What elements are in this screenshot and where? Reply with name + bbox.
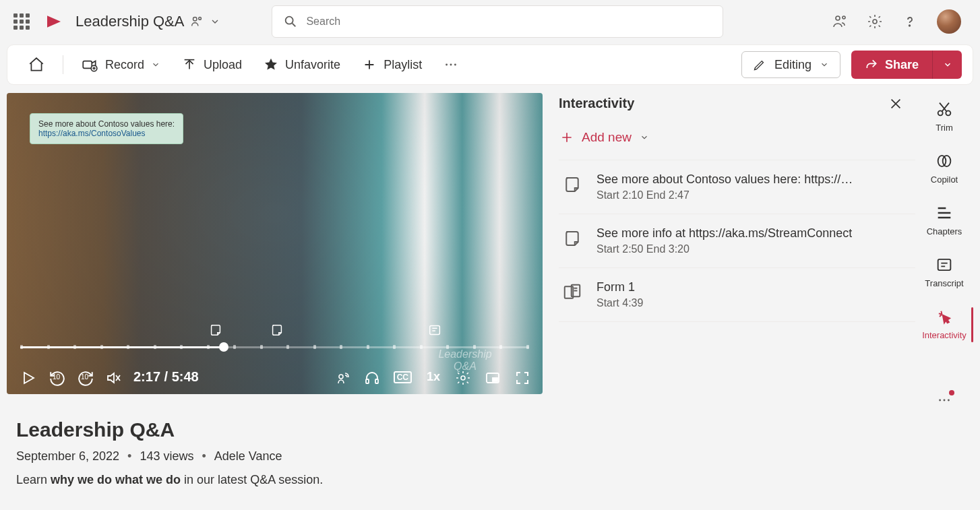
note-marker-icon[interactable] — [270, 323, 284, 338]
video-player[interactable]: See more about Contoso values here: http… — [7, 93, 543, 394]
video-description: Learn why we do what we do in our latest… — [16, 473, 964, 487]
rail-trim[interactable]: Trim — [915, 100, 973, 133]
add-new-button[interactable]: Add new — [559, 122, 915, 160]
svg-point-5 — [873, 20, 877, 24]
record-button[interactable]: Record — [71, 51, 170, 79]
captions-icon[interactable]: CC — [394, 371, 412, 383]
settings-icon[interactable] — [867, 13, 883, 30]
fullscreen-icon[interactable] — [514, 370, 529, 385]
editing-label: Editing — [774, 58, 811, 72]
mute-icon[interactable] — [105, 370, 120, 385]
svg-point-6 — [909, 25, 911, 26]
stream-logo-icon — [43, 11, 65, 32]
item-subtitle: Start 4:39 — [596, 297, 643, 309]
share-dropdown-button[interactable] — [932, 51, 962, 79]
note-icon — [561, 228, 583, 249]
upload-label: Upload — [204, 58, 242, 72]
item-title: Form 1 — [596, 280, 643, 294]
note-icon — [561, 174, 583, 195]
form-icon — [561, 282, 583, 303]
svg-rect-18 — [493, 378, 497, 381]
rail-chapters[interactable]: Chapters — [915, 203, 973, 236]
rail-more-icon[interactable] — [937, 393, 952, 408]
page-title: Leadership Q&A — [75, 13, 184, 30]
home-button[interactable] — [18, 51, 55, 79]
svg-point-10 — [450, 64, 452, 66]
share-label: Share — [885, 58, 919, 72]
teams-icon[interactable] — [832, 13, 848, 30]
callout-card[interactable]: See more about Contoso values here: http… — [30, 113, 183, 144]
interactivity-item[interactable]: See more about Contoso values here: http… — [559, 160, 915, 214]
record-label: Record — [105, 58, 144, 72]
svg-rect-14 — [366, 379, 369, 383]
video-title: Leadership Q&A — [16, 418, 964, 441]
svg-point-24 — [943, 156, 951, 166]
chevron-down-icon[interactable] — [210, 16, 220, 27]
add-new-label: Add new — [582, 130, 632, 145]
search-icon — [283, 14, 298, 29]
panel-title: Interactivity — [559, 96, 634, 111]
skip-forward-icon[interactable]: 10 — [77, 370, 92, 385]
svg-point-3 — [836, 16, 840, 20]
playlist-button[interactable]: Playlist — [353, 52, 431, 77]
headphones-icon[interactable] — [364, 370, 379, 385]
marker-row — [20, 323, 529, 338]
people-icon — [189, 14, 204, 29]
svg-point-1 — [199, 18, 202, 20]
skip-back-icon[interactable]: 10 — [49, 370, 63, 385]
svg-point-2 — [286, 17, 293, 24]
svg-point-0 — [193, 18, 197, 21]
close-panel-icon[interactable] — [888, 96, 903, 111]
scrubber-fill — [20, 346, 224, 348]
svg-point-4 — [843, 16, 845, 19]
svg-rect-25 — [938, 259, 951, 270]
unfavorite-label: Unfavorite — [285, 58, 340, 72]
search-input[interactable] — [306, 15, 712, 28]
audio-description-icon[interactable] — [334, 370, 349, 385]
video-watermark: Leadership Q&A — [428, 348, 502, 373]
more-button[interactable] — [434, 52, 468, 77]
svg-point-26 — [939, 400, 941, 402]
callout-link[interactable]: https://aka.ms/ContosoValues — [38, 129, 146, 138]
form-marker-icon[interactable] — [427, 323, 442, 338]
video-meta: September 6, 2022•143 views•Adele Vance — [16, 449, 964, 464]
interactivity-item[interactable]: Form 1Start 4:39 — [559, 268, 915, 322]
scrubber-handle[interactable] — [219, 342, 228, 352]
svg-point-13 — [339, 375, 343, 379]
svg-point-27 — [944, 400, 946, 402]
play-icon[interactable] — [20, 370, 35, 385]
divider — [63, 55, 63, 74]
svg-point-23 — [938, 156, 946, 166]
time-display: 2:17 / 5:48 — [133, 369, 199, 385]
svg-point-28 — [948, 400, 950, 402]
rail-interactivity[interactable]: Interactivity — [915, 307, 973, 340]
svg-rect-15 — [375, 379, 378, 383]
svg-rect-7 — [83, 61, 92, 69]
playlist-label: Playlist — [384, 58, 422, 72]
upload-button[interactable]: Upload — [173, 52, 251, 77]
note-marker-icon[interactable] — [208, 323, 223, 338]
svg-rect-12 — [430, 326, 440, 335]
user-avatar[interactable] — [937, 9, 961, 34]
help-icon[interactable] — [902, 13, 918, 30]
svg-point-9 — [446, 64, 448, 66]
editing-mode-button[interactable]: Editing — [741, 51, 840, 78]
item-title: See more about Contoso values here: http… — [596, 172, 853, 187]
svg-point-11 — [454, 64, 456, 66]
unfavorite-button[interactable]: Unfavorite — [254, 52, 350, 77]
search-box[interactable] — [272, 5, 723, 38]
rail-copilot[interactable]: Copilot — [915, 152, 973, 185]
app-launcher-icon[interactable] — [11, 11, 32, 32]
callout-text: See more about Contoso values here: — [38, 119, 175, 129]
item-subtitle: Start 2:50 End 3:20 — [596, 243, 852, 255]
item-subtitle: Start 2:10 End 2:47 — [596, 189, 853, 201]
rail-transcript[interactable]: Transcript — [915, 255, 973, 288]
interactivity-item[interactable]: See more info at https://aka.ms/StreamCo… — [559, 214, 915, 268]
item-title: See more info at https://aka.ms/StreamCo… — [596, 226, 852, 241]
svg-point-16 — [461, 376, 465, 380]
share-button[interactable]: Share — [851, 51, 932, 79]
